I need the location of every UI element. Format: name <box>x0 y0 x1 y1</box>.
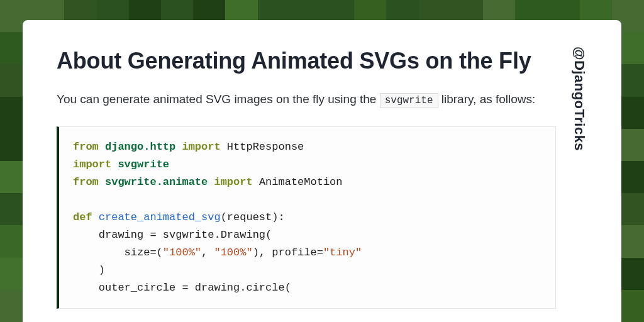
code-line-6: drawing = svgwrite.Drawing( <box>73 229 272 241</box>
inline-code-svgwrite: svgwrite <box>380 93 438 108</box>
kw-def: def <box>73 211 92 223</box>
intro-paragraph: You can generate animated SVG images on … <box>57 90 556 109</box>
code-block: from django.http import HttpResponse imp… <box>57 126 556 309</box>
kw-from: from <box>73 141 99 153</box>
article-card: About Generating Animated SVGs on the Fl… <box>23 20 621 322</box>
mod-django-http: django.http <box>105 141 175 153</box>
code-line-8: ) <box>73 264 105 276</box>
mod-svgwrite: svgwrite <box>118 158 169 170</box>
code-line-7-mid: , <box>201 247 214 258</box>
fn-args: (request): <box>221 211 285 223</box>
fn-name: create_animated_svg <box>99 211 221 223</box>
author-handle[interactable]: @DjangoTricks <box>556 47 587 322</box>
intro-text-post: library, as follows: <box>438 92 536 106</box>
intro-text-pre: You can generate animated SVG images on … <box>57 92 380 106</box>
code-line-7-post: ), profile= <box>253 247 323 258</box>
name-httpresponse: HttpResponse <box>227 141 304 153</box>
str-tiny: "tiny" <box>323 247 362 258</box>
code-line-7-pre: size=( <box>73 247 163 258</box>
str-100-1: "100%" <box>163 247 201 258</box>
kw-import-2: import <box>73 158 111 170</box>
kw-import: import <box>182 141 220 153</box>
kw-import-3: import <box>214 176 252 188</box>
str-100-2: "100%" <box>214 247 252 258</box>
kw-from-2: from <box>73 176 99 188</box>
code-line-9: outer_circle = drawing.circle( <box>73 282 291 294</box>
article-title: About Generating Animated SVGs on the Fl… <box>57 47 556 75</box>
article-main: About Generating Animated SVGs on the Fl… <box>57 47 556 322</box>
mod-svgwrite-animate: svgwrite.animate <box>105 176 208 188</box>
name-animatemotion: AnimateMotion <box>259 176 343 188</box>
